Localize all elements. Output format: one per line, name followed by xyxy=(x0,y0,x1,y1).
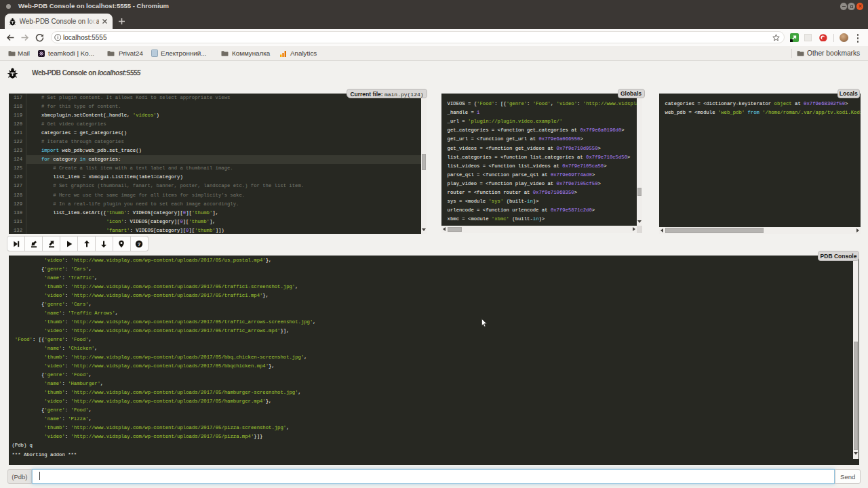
svg-text:?: ? xyxy=(138,241,141,247)
